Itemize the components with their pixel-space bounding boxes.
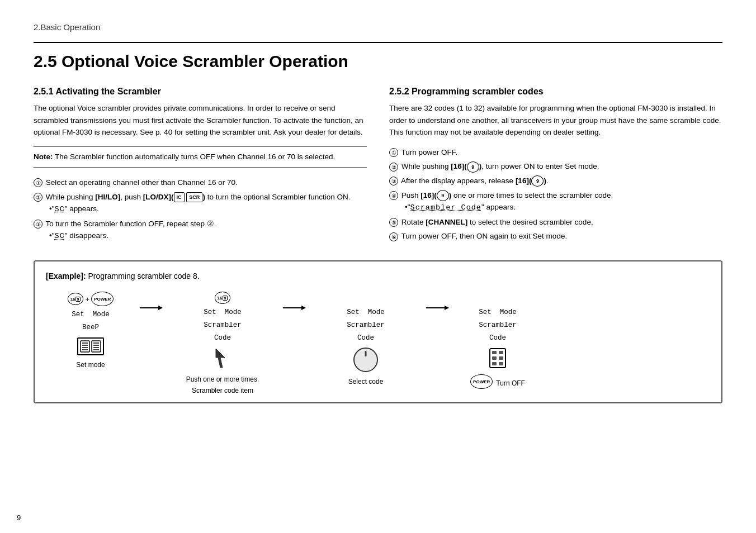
- s2-step-4: ④ Push [16](9) one or more times to sele…: [389, 189, 722, 214]
- s2-step-1: ① Turn power OFF.: [389, 146, 722, 159]
- arrow-1: [135, 292, 167, 308]
- key-9-badge-2: 9: [467, 161, 479, 173]
- set-mode-label-1: Set Mode: [72, 310, 110, 320]
- arrow-right-2: [283, 307, 305, 308]
- section1-steps: ① Select an operating channel other than…: [34, 177, 367, 242]
- section1-body: The optional Voice scrambler provides pr…: [34, 102, 367, 139]
- arrow-3: [422, 292, 453, 308]
- lcd-icon-1: [77, 337, 104, 355]
- enter-set-mode-header: 16 9 + POWER: [68, 292, 114, 306]
- sub-bullet-1: •"SC" appears.: [49, 203, 367, 216]
- s2-step-3: ③ After the display appears, release [16…: [389, 175, 722, 187]
- select-code-label: Select code: [348, 378, 384, 386]
- s2-step-2: ② While pushing [16](9), turn power ON t…: [389, 160, 722, 173]
- ch16-btn-2: 16 9: [215, 292, 231, 304]
- diagram-section-4: Set Mode Scrambler Code POWER Turn OFF: [453, 292, 542, 389]
- right-column: 2.5.2 Programming scrambler codes There …: [389, 87, 722, 245]
- diagram-section-3: Set Mode Scrambler Code Select code: [310, 292, 422, 386]
- cursor-svg: [215, 348, 230, 370]
- note-text: The Scrambler function automatically tur…: [53, 153, 336, 161]
- section2-body: There are 32 codes (1 to 32) available f…: [389, 102, 722, 139]
- scrambler-label-4: Scrambler: [479, 320, 517, 331]
- keypad-svg: [489, 348, 507, 369]
- key-hilo: [HI/LO]: [95, 193, 120, 201]
- sub-bullet-s2-4: •"Scrambler Code" appears.: [405, 201, 722, 214]
- step-2: ② While pushing [HI/LO], push [LO/DX](IC…: [34, 191, 367, 216]
- set-mode-bottom-1: Set mode: [76, 361, 105, 369]
- ch16-btn-1: 16 9: [68, 293, 84, 305]
- lcd-display-1: [77, 337, 104, 355]
- push-header: 16 9: [215, 292, 231, 304]
- svg-rect-13: [499, 351, 503, 354]
- push-one-label: Push one or more times.: [186, 375, 259, 383]
- power-turn-off-row: POWER Turn OFF: [470, 374, 525, 389]
- s2-step-5: ⑤ Rotate [CHANNEL] to select the desired…: [389, 216, 722, 229]
- beep-label: BeeP: [82, 322, 99, 333]
- ic-badge: IC: [174, 192, 185, 202]
- page-number: 9: [17, 513, 21, 522]
- turn-off-label: Turn OFF: [496, 379, 525, 387]
- set-mode-label-3: Set Mode: [347, 307, 385, 318]
- example-text: Programming scrambler code 8.: [86, 272, 200, 280]
- key-lodx: [LO/DX](: [143, 193, 174, 201]
- diagram-row: 16 9 + POWER Set Mode BeeP: [46, 292, 710, 394]
- cursor-icon: [215, 348, 230, 370]
- knob-icon: [353, 348, 378, 372]
- svg-rect-1: [92, 341, 101, 352]
- section2-steps: ① Turn power OFF. ② While pushing [16](9…: [389, 146, 722, 242]
- push-times-label: Push one or more times.: [186, 372, 259, 383]
- section1-title: 2.5.1 Activating the Scrambler: [34, 87, 367, 97]
- keypad-device: [489, 348, 507, 369]
- svg-rect-12: [492, 351, 497, 354]
- left-column: 2.5.1 Activating the Scrambler The optio…: [34, 87, 367, 245]
- set-mode-label-4: Set Mode: [479, 307, 517, 318]
- code-label-2: Code: [214, 333, 231, 344]
- sub-bullet-2: •"SC" disappears.: [49, 230, 367, 242]
- arrow-right-3: [426, 307, 448, 308]
- s2-step-6: ⑥ Turn power OFF, then ON again to exit …: [389, 230, 722, 242]
- step-3: ③ To turn the Scrambler function OFF, re…: [34, 218, 367, 242]
- svg-rect-0: [81, 341, 89, 352]
- breadcrumb: 2.Basic Operation: [34, 22, 722, 32]
- svg-rect-16: [492, 362, 497, 365]
- key-9-badge-4: 9: [437, 190, 449, 201]
- diagram-section-2: 16 9 Set Mode Scrambler Code Push one or…: [167, 292, 278, 394]
- note-box: Note: The Scrambler function automatical…: [34, 146, 367, 168]
- code-label-3: Code: [357, 333, 374, 344]
- key-9-badge-3: 9: [531, 175, 544, 187]
- set-mode-label-2: Set Mode: [204, 307, 242, 318]
- scrambler-bottom-2: Scrambler code item: [192, 387, 253, 394]
- example-label: [Example]:: [46, 272, 86, 280]
- arrow-right-1: [140, 307, 162, 308]
- diagram-section-1: 16 9 + POWER Set Mode BeeP: [46, 292, 135, 369]
- note-label: Note: The Scrambler function automatical…: [34, 153, 335, 161]
- scr-badge: SCR: [186, 192, 202, 202]
- example-title: [Example]: Programming scrambler code 8.: [46, 272, 710, 280]
- page-title: 2.5 Optional Voice Scrambler Operation: [34, 42, 722, 71]
- scrambler-label-3: Scrambler: [347, 320, 385, 331]
- svg-marker-10: [216, 349, 225, 368]
- svg-rect-17: [499, 362, 503, 365]
- lcd-svg-1: [78, 339, 103, 354]
- power-btn-off: POWER: [470, 374, 493, 389]
- section2-title: 2.5.2 Programming scrambler codes: [389, 87, 722, 97]
- scrambler-label-2: Scrambler: [204, 320, 242, 331]
- knob-device: [353, 348, 378, 372]
- power-btn-1: POWER: [91, 292, 114, 306]
- arrow-2: [278, 292, 310, 308]
- step-1: ① Select an operating channel other than…: [34, 177, 367, 189]
- example-box: [Example]: Programming scrambler code 8.…: [34, 260, 722, 403]
- code-label-4: Code: [489, 333, 506, 344]
- svg-rect-15: [499, 356, 503, 360]
- main-content: 2.5.1 Activating the Scrambler The optio…: [34, 87, 722, 245]
- svg-rect-14: [492, 356, 497, 360]
